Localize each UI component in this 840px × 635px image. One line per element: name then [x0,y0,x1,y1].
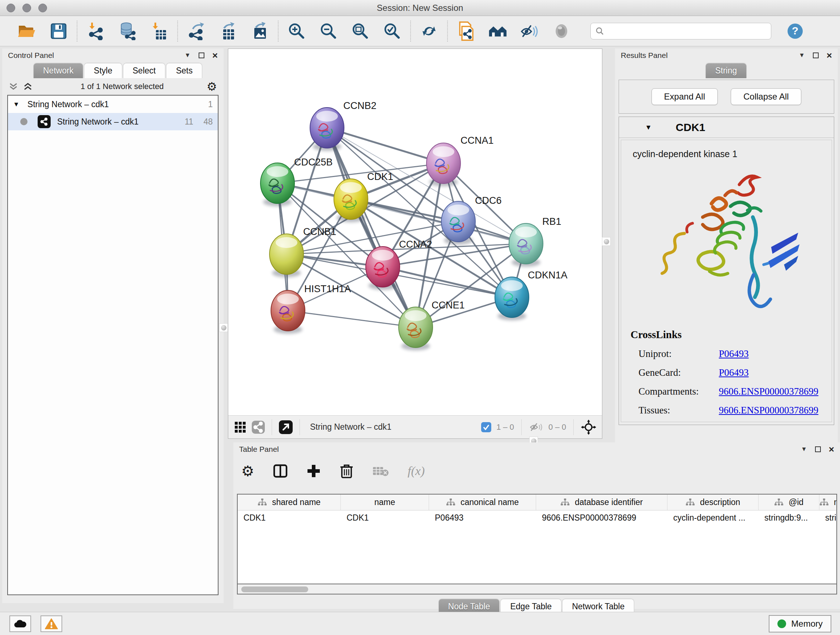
network-node-hist1h1a[interactable]: HIST1H1A [271,283,351,334]
maximize-panel-icon[interactable] [199,52,204,58]
expand-all-icon[interactable] [23,82,33,91]
network-node-ccnb1[interactable]: CCNB1 [270,226,336,277]
crosslink-link[interactable]: 9606.ENSP00000378699 [719,405,818,416]
column-header-name[interactable]: name [341,494,429,510]
tab-sets[interactable]: Sets [166,63,202,78]
network-node-cdkn1a[interactable]: CDKN1A [495,270,568,320]
table-cell[interactable]: CDK1 [238,510,341,526]
table-header-row: shared namenamecanonical namedatabase id… [238,494,836,510]
create-column-plus-icon[interactable] [306,464,321,478]
table-cell[interactable]: P06493 [429,510,536,526]
collapse-all-button[interactable]: Collapse All [731,88,801,105]
apply-layout-button[interactable] [420,22,439,41]
network-edge[interactable] [288,310,416,327]
node-label-hist1h1a: HIST1H1A [304,283,351,295]
float-panel-icon[interactable]: ▼ [185,52,191,59]
close-panel-icon[interactable]: × [212,52,218,58]
network-edge[interactable] [327,128,416,327]
import-network-file-button[interactable] [86,22,105,41]
tab-style[interactable]: Style [84,63,122,78]
column-header-database-identifier[interactable]: database identifier [536,494,668,510]
table-row[interactable]: CDK1CDK1P064939606.ENSP00000378699cyclin… [238,510,836,526]
network-row[interactable]: String Network – cdk1 11 48 [8,113,218,130]
float-panel-icon[interactable]: ▼ [801,446,807,453]
save-session-button[interactable] [49,22,68,41]
column-header-shared-name[interactable]: shared name [238,494,341,510]
tab-string[interactable]: String [706,63,747,78]
expand-all-button[interactable]: Expand All [652,88,718,105]
network-view[interactable]: CCNB2CCNA1CDC25BCDK1CDC6RB1CCNB1CCNA2CDK… [228,49,602,439]
table-cell[interactable]: stringdb:9... [759,510,819,526]
crosslink-link[interactable]: P06493 [719,348,749,359]
import-table-button[interactable] [150,22,169,41]
network-node-rb1[interactable]: RB1 [509,216,561,267]
crosslink-link[interactable]: P06493 [719,367,749,378]
eye-slash-icon [520,23,539,40]
delete-column-trash-icon[interactable] [340,463,354,478]
selected-checkbox-icon[interactable] [481,422,491,432]
export-image-button[interactable] [250,22,269,41]
birdseye-grid-icon[interactable] [234,421,246,433]
column-header--id[interactable]: @id [759,494,819,510]
zoom-in-button[interactable] [287,22,306,41]
table-options-gear-icon[interactable]: ⚙ [241,465,254,477]
maximize-panel-icon[interactable] [813,52,819,58]
network-node-cdc6[interactable]: CDC6 [441,195,502,245]
network-canvas[interactable]: CCNB2CCNA1CDC25BCDK1CDC6RB1CCNB1CCNA2CDK… [228,49,602,415]
string-home-button[interactable] [488,22,507,41]
warning-icon [45,618,58,630]
network-type-icon [38,115,51,128]
import-network-database-button[interactable] [118,22,137,41]
tab-select[interactable]: Select [123,63,166,78]
import-table-icon [150,22,168,40]
left-splitter-handle[interactable] [219,323,228,332]
node-label-cdk1: CDK1 [367,171,393,182]
show-columns-icon[interactable] [273,464,287,478]
help-button[interactable]: ? [786,22,805,41]
right-splitter-handle[interactable] [602,237,611,246]
column-header-canonical-name[interactable]: canonical name [429,494,536,510]
scrollbar-thumb[interactable] [241,586,308,592]
zoom-selected-button[interactable] [383,22,401,41]
crosslink-label: Uniprot: [638,348,707,359]
table-cell[interactable]: 9606.ENSP00000378699 [536,510,668,526]
float-panel-icon[interactable]: ▼ [799,52,805,59]
zoom-out-button[interactable] [319,22,338,41]
network-share-icon[interactable] [251,420,265,434]
collapse-all-icon[interactable] [9,82,18,91]
search-input[interactable] [605,27,764,36]
tab-network[interactable]: Network [33,63,83,78]
memory-button[interactable]: Memory [769,615,831,632]
search-box [591,23,771,40]
table-cell[interactable]: cyclin-dependent ... [668,510,759,526]
open-session-button[interactable] [17,22,36,41]
maximize-panel-icon[interactable] [815,447,821,452]
hide-graphics-details-button[interactable] [520,22,539,41]
network-collection-row[interactable]: ▼ String Network – cdk1 1 [8,96,218,113]
column-header-description[interactable]: description [668,494,759,510]
network-edge[interactable] [327,128,444,163]
close-panel-icon[interactable]: × [827,52,832,58]
export-network-button[interactable] [187,22,205,41]
collection-disclosure-icon[interactable]: ▼ [13,101,19,108]
export-table-button[interactable] [218,22,237,41]
zoom-fit-button[interactable] [351,22,370,41]
crosslink-link[interactable]: 9606.ENSP00000378699 [719,386,818,397]
network-options-gear-icon[interactable]: ⚙ [207,81,217,92]
fit-selected-crosshair-icon[interactable] [581,420,596,435]
table-cell[interactable]: CDK1 [341,510,429,526]
warnings-button[interactable] [41,616,62,632]
close-panel-icon[interactable]: × [829,447,834,452]
new-network-from-selection-button[interactable] [456,22,475,41]
column-header-namespace[interactable]: namespace [819,494,837,510]
protein-section-header[interactable]: ▼ CDK1 [619,117,834,138]
table-cell[interactable]: stringdb [819,510,837,526]
cloud-status-button[interactable] [9,616,31,632]
network-node-ccne1[interactable]: CCNE1 [399,300,465,350]
detach-view-icon[interactable] [279,420,293,434]
control-panel-title: Control Panel [8,51,54,60]
show-graphics-details-button[interactable] [552,22,571,41]
node-label-cdkn1a: CDKN1A [528,270,568,280]
section-disclosure-icon[interactable]: ▼ [645,124,652,131]
network-edge[interactable] [383,267,512,297]
